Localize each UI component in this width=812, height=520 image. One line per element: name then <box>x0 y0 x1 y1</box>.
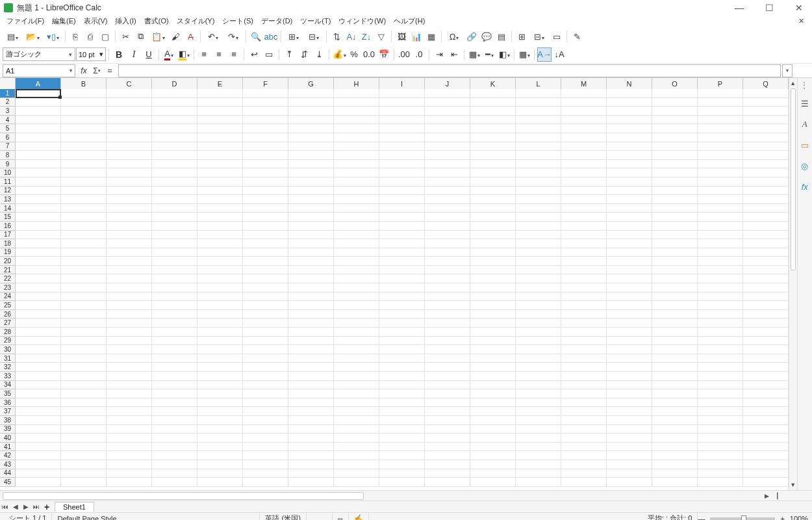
spellcheck-button[interactable]: abc <box>264 29 278 44</box>
sidebar-settings-icon[interactable]: ⋮ <box>800 81 809 90</box>
row-header-11[interactable]: 11 <box>0 177 16 187</box>
row-header-39[interactable]: 39 <box>0 425 16 434</box>
col-header-N[interactable]: N <box>607 78 652 89</box>
status-selection-mode[interactable]: ▫▫ <box>333 513 349 520</box>
underline-button[interactable]: U <box>142 47 156 62</box>
del-decimal-button[interactable]: .0 <box>412 47 426 62</box>
col-header-G[interactable]: G <box>288 78 334 89</box>
menu-view[interactable]: 表示(V) <box>80 16 112 27</box>
row-header-35[interactable]: 35 <box>0 389 16 398</box>
freeze-button[interactable]: ⊟ <box>529 29 549 44</box>
row-header-31[interactable]: 31 <box>0 354 16 363</box>
menu-styles[interactable]: スタイル(Y) <box>173 16 219 27</box>
valign-top-button[interactable]: ⤒ <box>282 47 296 62</box>
col-header-K[interactable]: K <box>470 78 516 89</box>
clear-formatting-button[interactable]: A̶ <box>183 29 197 44</box>
percent-button[interactable]: % <box>347 47 361 62</box>
col-header-J[interactable]: J <box>425 78 470 89</box>
copy-button[interactable]: ⧉ <box>133 29 147 44</box>
menu-format[interactable]: 書式(O) <box>140 16 173 27</box>
rtl-button[interactable]: ↓A <box>552 47 566 62</box>
formula-expand-button[interactable]: ▾ <box>782 64 793 77</box>
define-range-button[interactable]: ⊞ <box>514 29 529 44</box>
row-header-38[interactable]: 38 <box>0 416 16 425</box>
formula-input[interactable] <box>118 64 781 77</box>
row-header-33[interactable]: 33 <box>0 372 16 381</box>
row-header-42[interactable]: 42 <box>0 451 16 460</box>
menu-data[interactable]: データ(D) <box>257 16 296 27</box>
undo-button[interactable]: ↶ <box>203 29 223 44</box>
header-footer-button[interactable]: ▤ <box>494 29 509 44</box>
cond-format-button[interactable]: ▦ <box>517 47 531 62</box>
row-header-20[interactable]: 20 <box>0 257 16 266</box>
align-center-button[interactable]: ≡ <box>212 47 226 62</box>
show-draw-button[interactable]: ✎ <box>570 29 584 44</box>
col-header-A[interactable]: A <box>16 78 61 89</box>
add-sheet-button[interactable]: + <box>42 502 52 512</box>
row-header-8[interactable]: 8 <box>0 151 16 160</box>
zoom-value[interactable]: 100% <box>790 515 808 521</box>
row-header-4[interactable]: 4 <box>0 116 16 125</box>
row-header-10[interactable]: 10 <box>0 168 16 177</box>
row-header-37[interactable]: 37 <box>0 407 16 416</box>
row-header-1[interactable]: 1 <box>0 89 16 98</box>
gallery-panel-button[interactable]: ▭ <box>798 138 812 152</box>
status-language[interactable]: 英語 (米国) <box>260 513 306 520</box>
status-insert-mode[interactable] <box>307 513 333 520</box>
col-header-C[interactable]: C <box>107 78 152 89</box>
row-header-44[interactable]: 44 <box>0 469 16 478</box>
col-header-B[interactable]: B <box>61 78 107 89</box>
status-summary[interactable]: 平均: ; 合計: 0 <box>642 513 698 520</box>
cell-grid[interactable] <box>16 89 789 487</box>
col-header-F[interactable]: F <box>243 78 288 89</box>
row-header-14[interactable]: 14 <box>0 204 16 213</box>
comment-button[interactable]: 💬 <box>479 29 494 44</box>
row-header-34[interactable]: 34 <box>0 381 16 390</box>
col-header-H[interactable]: H <box>334 78 379 89</box>
find-button[interactable]: 🔍 <box>249 29 263 44</box>
cut-button[interactable]: ✂ <box>118 29 133 44</box>
wrap-text-button[interactable]: ↩ <box>247 47 261 62</box>
menu-insert[interactable]: 挿入(I) <box>111 16 140 27</box>
col-header-M[interactable]: M <box>561 78 607 89</box>
row-header-7[interactable]: 7 <box>0 142 16 151</box>
maximize-button[interactable]: ☐ <box>760 3 778 13</box>
valign-mid-button[interactable]: ⇵ <box>297 47 311 62</box>
row-header-16[interactable]: 16 <box>0 222 16 231</box>
col-header-E[interactable]: E <box>197 78 243 89</box>
menu-window[interactable]: ウィンドウ(W) <box>335 16 390 27</box>
row-header-28[interactable]: 28 <box>0 328 16 337</box>
zoom-out-button[interactable]: — <box>698 515 705 521</box>
tab-first-button[interactable]: ⏮ <box>0 503 10 510</box>
row-header-41[interactable]: 41 <box>0 443 16 452</box>
sort-asc-button[interactable]: A↓ <box>344 29 359 44</box>
menu-edit[interactable]: 編集(E) <box>48 16 80 27</box>
row-header-45[interactable]: 45 <box>0 478 16 487</box>
currency-button[interactable]: 💰 <box>332 47 346 62</box>
paste-button[interactable]: 📋 <box>148 29 168 44</box>
redo-button[interactable]: ↷ <box>223 29 243 44</box>
align-right-button[interactable]: ≡ <box>227 47 241 62</box>
fx-wizard-button[interactable]: fx <box>78 65 90 77</box>
col-header-L[interactable]: L <box>516 78 561 89</box>
row-header-30[interactable]: 30 <box>0 345 16 354</box>
menu-sheet[interactable]: シート(S) <box>218 16 257 27</box>
special-char-button[interactable]: Ω <box>444 29 464 44</box>
font-name-combo[interactable]: 游ゴシック▾ <box>3 47 75 61</box>
scroll-right-arrow[interactable]: ▶ <box>761 493 772 499</box>
open-button[interactable]: 📂 <box>23 29 42 44</box>
sort-button[interactable]: ⇅ <box>329 29 344 44</box>
zoom-in-button[interactable]: + <box>780 515 784 521</box>
hscroll-thumb[interactable] <box>3 492 364 500</box>
scroll-up-arrow[interactable]: ▲ <box>789 78 797 88</box>
vertical-scrollbar[interactable]: ▲ ▼ <box>789 78 797 490</box>
name-box[interactable]: A1▾ <box>3 64 75 77</box>
new-button[interactable]: ▤ <box>3 29 22 44</box>
row-header-24[interactable]: 24 <box>0 292 16 302</box>
col-header-I[interactable]: I <box>379 78 425 89</box>
row-header-26[interactable]: 26 <box>0 310 16 319</box>
row-header-32[interactable]: 32 <box>0 363 16 372</box>
row-header-40[interactable]: 40 <box>0 434 16 443</box>
merge-center-button[interactable]: ▭ <box>262 47 276 62</box>
minimize-button[interactable]: — <box>730 3 748 13</box>
